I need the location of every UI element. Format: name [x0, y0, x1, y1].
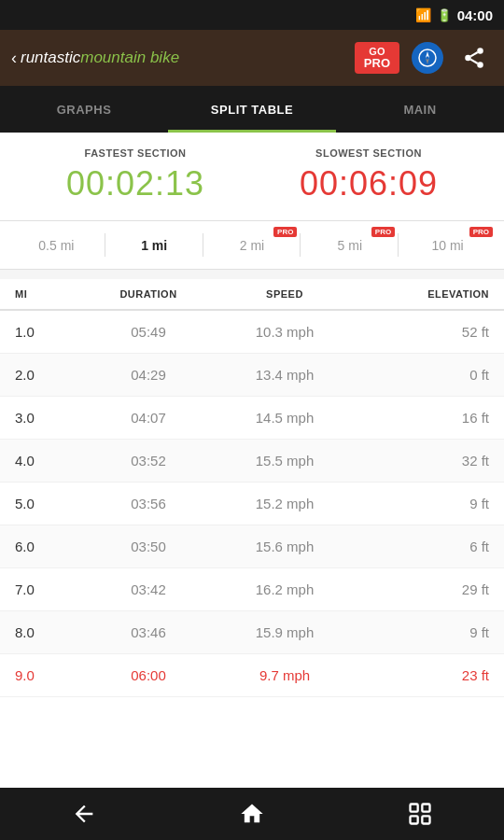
cell-elevation: 32 ft: [353, 453, 489, 469]
cell-mi: 2.0: [15, 367, 80, 383]
slowest-value: 00:06:09: [300, 164, 438, 203]
cell-duration: 04:29: [80, 367, 217, 383]
status-bar: 📶 🔋 04:00: [0, 0, 504, 30]
svg-marker-2: [426, 58, 429, 64]
battery-icon: 🔋: [437, 8, 452, 22]
cell-elevation: 29 ft: [353, 581, 489, 597]
cell-duration: 03:50: [80, 539, 217, 554]
table-row: 3.0 04:07 14.5 mph 16 ft: [0, 397, 504, 440]
table-row: 6.0 03:50 15.6 mph 6 ft: [0, 525, 504, 568]
cell-elevation: 0 ft: [353, 367, 489, 383]
cell-duration: 05:49: [80, 324, 217, 340]
cell-mi: 4.0: [15, 453, 80, 469]
app-header: ‹ runtastic mountain bike GO PRO: [0, 30, 504, 86]
cell-speed: 10.3 mph: [217, 324, 353, 340]
table-row: 1.0 05:49 10.3 mph 52 ft: [0, 311, 504, 354]
table-body: 1.0 05:49 10.3 mph 52 ft 2.0 04:29 13.4 …: [0, 311, 504, 697]
recent-apps-icon: [407, 801, 433, 827]
section-stats: FASTEST SECTION 00:02:13 SLOWEST SECTION…: [0, 133, 504, 221]
dist-0.5mi[interactable]: 0.5 mi: [7, 221, 105, 269]
compass-button[interactable]: [409, 39, 446, 77]
cell-elevation: 9 ft: [353, 624, 489, 640]
cell-duration: 03:52: [80, 453, 217, 469]
pro-label: PRO: [364, 57, 390, 70]
distance-selector: 0.5 mi 1 mi PRO 2 mi PRO 5 mi PRO 10 mi: [0, 221, 504, 270]
compass-icon: [412, 42, 443, 74]
signal-icon: 📶: [415, 7, 431, 22]
cell-mi: 8.0: [15, 624, 80, 640]
svg-point-3: [477, 48, 483, 54]
fastest-section: FASTEST SECTION 00:02:13: [19, 147, 252, 203]
cell-speed: 15.2 mph: [217, 496, 353, 511]
cell-duration: 06:00: [80, 667, 217, 683]
bottom-nav: [0, 788, 504, 840]
table-row: 2.0 04:29 13.4 mph 0 ft: [0, 354, 504, 397]
table-row: 9.0 06:00 9.7 mph 23 ft: [0, 654, 504, 697]
status-icons: 📶 🔋 04:00: [415, 7, 493, 23]
share-button[interactable]: [455, 39, 493, 77]
svg-rect-10: [422, 816, 429, 823]
cell-speed: 15.6 mph: [217, 539, 353, 554]
cell-duration: 04:07: [80, 410, 217, 426]
share-icon: [462, 46, 486, 70]
cell-elevation: 16 ft: [353, 410, 489, 426]
cell-mi: 1.0: [15, 324, 80, 340]
col-header-speed: SPEED: [217, 288, 353, 300]
cell-speed: 16.2 mph: [217, 581, 353, 597]
table-row: 7.0 03:42 16.2 mph 29 ft: [0, 568, 504, 611]
cell-speed: 15.5 mph: [217, 453, 353, 469]
back-icon: [71, 801, 97, 827]
logo-chevron-icon: ‹: [11, 49, 17, 68]
svg-line-7: [470, 52, 477, 56]
home-button[interactable]: [224, 795, 280, 833]
logo-mountain-bike: mountain bike: [80, 49, 179, 67]
cell-elevation: 6 ft: [353, 539, 489, 554]
tab-bar: GRAPHS SPLIT TABLE MAIN: [0, 86, 504, 133]
svg-point-4: [465, 55, 471, 62]
pro-badge-10mi: PRO: [469, 227, 493, 237]
tab-graphs[interactable]: GRAPHS: [0, 86, 168, 133]
table-row: 8.0 03:46 15.9 mph 9 ft: [0, 611, 504, 654]
col-header-elevation: ELEVATION: [353, 288, 489, 300]
cell-speed: 9.7 mph: [217, 667, 353, 683]
cell-speed: 14.5 mph: [217, 410, 353, 426]
logo-area: ‹ runtastic mountain bike: [11, 49, 355, 68]
svg-marker-1: [426, 51, 429, 58]
tab-main[interactable]: MAIN: [336, 86, 504, 133]
cell-mi: 9.0: [15, 667, 80, 683]
split-table: MI DURATION SPEED ELEVATION 1.0 05:49 10…: [0, 279, 504, 788]
logo-runtastic: runtastic: [21, 49, 80, 67]
cell-mi: 6.0: [15, 539, 80, 554]
cell-speed: 13.4 mph: [217, 367, 353, 383]
cell-duration: 03:42: [80, 581, 217, 597]
col-header-mi: MI: [15, 288, 80, 300]
dist-1mi[interactable]: 1 mi: [105, 221, 203, 269]
cell-mi: 7.0: [15, 581, 80, 597]
fastest-value: 00:02:13: [66, 164, 204, 203]
svg-rect-9: [422, 805, 429, 812]
svg-rect-11: [411, 816, 418, 823]
dist-10mi[interactable]: PRO 10 mi: [399, 221, 497, 269]
svg-rect-8: [411, 805, 418, 812]
recent-apps-button[interactable]: [392, 795, 448, 833]
cell-elevation: 52 ft: [353, 324, 489, 340]
svg-line-6: [470, 60, 477, 63]
status-time: 04:00: [457, 7, 493, 23]
table-row: 4.0 03:52 15.5 mph 32 ft: [0, 440, 504, 483]
cell-speed: 15.9 mph: [217, 624, 353, 640]
back-button[interactable]: [56, 795, 112, 833]
cell-elevation: 9 ft: [353, 496, 489, 511]
tab-split-table[interactable]: SPLIT TABLE: [168, 86, 336, 133]
cell-duration: 03:56: [80, 496, 217, 511]
svg-point-5: [477, 62, 483, 68]
cell-elevation: 23 ft: [353, 667, 489, 683]
go-pro-button[interactable]: GO PRO: [355, 42, 399, 74]
home-icon: [239, 801, 265, 827]
dist-5mi[interactable]: PRO 5 mi: [301, 221, 399, 269]
col-header-duration: DURATION: [80, 288, 217, 300]
slowest-label: SLOWEST SECTION: [315, 147, 422, 159]
fastest-label: FASTEST SECTION: [85, 147, 187, 159]
pro-badge-2mi: PRO: [273, 227, 297, 237]
dist-2mi[interactable]: PRO 2 mi: [203, 221, 301, 269]
header-actions: GO PRO: [355, 39, 493, 77]
